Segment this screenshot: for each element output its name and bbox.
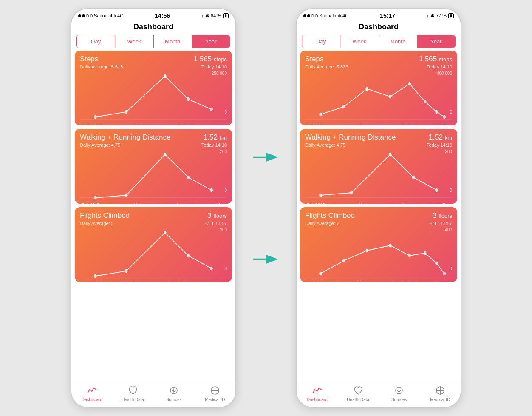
walking-card-right[interactable]: Walking + Running Distance 1,52 km Daily… <box>300 129 457 204</box>
steps-card-left[interactable]: Steps 1 565 steps Daily Average: 5 615 T… <box>75 51 232 125</box>
svg-point-9 <box>164 153 166 156</box>
steps-xlabels-left: Feb 2015 May Aug Nov <box>80 125 227 125</box>
time-tabs-right[interactable]: Day Week Month Year <box>302 35 456 48</box>
healthdata-icon-left <box>127 385 139 396</box>
flights-time-left: 4/11 13:57 <box>205 221 227 226</box>
status-bar-left: Saunalahti 4G 14:56 ↑ ✱ 84 % ▮ <box>71 9 235 21</box>
flights-xlabels-right: Feb 2015 May Aug Nov <box>305 281 452 282</box>
flights-chart-right: 400 0 Feb 2015 May Aug <box>305 228 452 279</box>
medicalid-icon-right <box>435 385 446 396</box>
flights-avg-right: Daily Average: 7 <box>305 221 339 226</box>
steps-sub-left: Daily Average: 5 615 Today 14:10 <box>80 64 227 69</box>
flights-card-left[interactable]: Flights Climbed 3 floors Daily Average: … <box>75 207 232 282</box>
svg-point-43 <box>389 244 391 247</box>
flights-zero-right: 0 <box>450 266 452 271</box>
bottom-tab-medicalid-right[interactable]: Medical ID <box>420 385 461 402</box>
steps-max-right: 400 000 <box>437 71 452 76</box>
svg-point-41 <box>342 259 345 262</box>
flights-card-right[interactable]: Flights Climbed 3 floors Daily Average: … <box>300 207 457 282</box>
walking-title-right: Walking + Running Distance <box>305 133 396 142</box>
steps-chart-right: 400 000 0 Feb 2015 May Au <box>305 71 452 122</box>
walking-title-left: Walking + Running Distance <box>80 133 170 142</box>
dashboard-icon-left <box>86 385 97 396</box>
steps-title-left: Steps <box>80 55 98 63</box>
phone-right: Saunalahti 4G 15:17 ↑ ✱ 77 % ▮ Dashboard… <box>296 8 461 408</box>
bottom-tab-healthdata-left[interactable]: Health Data <box>113 385 154 402</box>
dashboard-label-right: Dashboard <box>307 397 328 402</box>
flights-title-left: Flights Climbed <box>80 211 130 220</box>
walking-chart-left: 200 0 Feb 2015 May Aug Nov <box>80 149 227 200</box>
walking-time-left: Today 14:10 <box>201 142 227 148</box>
carrier-label-right: Saunalahti 4G <box>319 13 349 18</box>
bottom-tab-sources-left[interactable]: Sources <box>153 385 195 402</box>
sources-label-left: Sources <box>166 397 182 402</box>
walking-card-left[interactable]: Walking + Running Distance 1,52 km Daily… <box>75 129 232 204</box>
dot4 <box>90 14 93 17</box>
svg-point-5 <box>210 108 212 111</box>
sources-icon-right <box>393 385 405 396</box>
battery-icon-right: ▮ <box>448 13 454 18</box>
tab-month-left[interactable]: Month <box>154 35 192 48</box>
walking-xlabels-left: Feb 2015 May Aug Nov <box>80 203 227 204</box>
phone-left: Saunalahti 4G 14:56 ↑ ✱ 84 % ▮ Dashboard… <box>71 8 236 408</box>
tab-day-right[interactable]: Day <box>302 35 340 48</box>
svg-point-16 <box>187 254 189 257</box>
svg-point-44 <box>408 254 410 257</box>
flights-avg-left: Daily Average: 5 <box>80 221 114 226</box>
flights-value-left: 3 floors <box>207 211 227 220</box>
svg-point-13 <box>94 274 96 277</box>
bottom-tab-sources-right[interactable]: Sources <box>379 385 420 402</box>
walking-value-left: 1,52 km <box>204 133 227 142</box>
svg-point-7 <box>94 196 96 199</box>
bottom-tab-healthdata-right[interactable]: Health Data <box>338 385 379 402</box>
battery-label: 84 % <box>211 13 221 18</box>
status-left: Saunalahti 4G <box>78 13 124 18</box>
arrow-bottom <box>253 252 279 267</box>
time-tabs-left[interactable]: Day Week Month Year <box>76 35 230 48</box>
steps-card-right[interactable]: Steps 1 565 steps Daily Average: 5 833 T… <box>300 51 457 125</box>
sources-icon-left <box>168 385 179 396</box>
tab-day-left[interactable]: Day <box>77 35 115 48</box>
flights-sub-left: Daily Average: 5 4/11 13:57 <box>80 221 227 226</box>
svg-point-25 <box>320 113 322 116</box>
flights-header-left: Flights Climbed 3 floors <box>80 211 227 220</box>
tab-year-right[interactable]: Year <box>417 35 455 48</box>
steps-value-left: 1 565 steps <box>194 55 227 63</box>
tab-month-right[interactable]: Month <box>379 35 417 48</box>
svg-point-26 <box>342 105 345 108</box>
flights-max-left: 200 <box>220 228 227 232</box>
bottom-tab-medicalid-left[interactable]: Medical ID <box>195 385 236 402</box>
steps-value-right: 1 565 steps <box>419 55 452 63</box>
svg-point-36 <box>389 153 391 156</box>
walking-sub-left: Daily Average: 4,75 Today 14:10 <box>80 142 227 148</box>
scroll-content-right: Steps 1 565 steps Daily Average: 5 833 T… <box>297 51 461 382</box>
steps-svg-left <box>80 71 227 122</box>
tab-week-left[interactable]: Week <box>115 35 153 48</box>
steps-title-right: Steps <box>305 55 323 63</box>
bottom-tab-dashboard-left[interactable]: Dashboard <box>71 385 113 402</box>
rdot2 <box>307 14 310 17</box>
svg-point-27 <box>366 87 368 90</box>
tab-year-left[interactable]: Year <box>192 35 230 48</box>
flights-max-right: 400 <box>445 228 452 232</box>
bottom-tab-dashboard-right[interactable]: Dashboard <box>297 385 338 402</box>
walking-svg-right <box>305 149 452 200</box>
steps-chart-left: 250 000 0 Feb 2015 May Aug Nov <box>80 71 227 122</box>
flights-value-right: 3 floors <box>433 211 452 220</box>
svg-point-28 <box>389 95 391 98</box>
walking-header-right: Walking + Running Distance 1,52 km <box>305 133 452 142</box>
steps-time-right: Today 14:10 <box>427 64 452 69</box>
scroll-content-left: Steps 1 565 steps Daily Average: 5 615 T… <box>71 51 235 382</box>
healthdata-label-right: Health Data <box>347 397 369 402</box>
flights-chart-left: 200 0 Feb 2015 May Aug Nov <box>80 228 227 279</box>
rdot1 <box>303 14 306 17</box>
bottom-tabs-right: Dashboard Health Data Sources <box>297 382 461 407</box>
walking-avg-left: Daily Average: 4,75 <box>80 142 120 148</box>
flights-svg-right <box>305 228 452 279</box>
walking-zero-right: 0 <box>450 188 452 193</box>
svg-point-17 <box>210 267 212 270</box>
steps-xlabels-right: Feb 2015 May Aug Nov <box>305 125 452 125</box>
svg-point-3 <box>164 74 166 77</box>
dot3 <box>86 14 89 17</box>
tab-week-right[interactable]: Week <box>340 35 379 48</box>
